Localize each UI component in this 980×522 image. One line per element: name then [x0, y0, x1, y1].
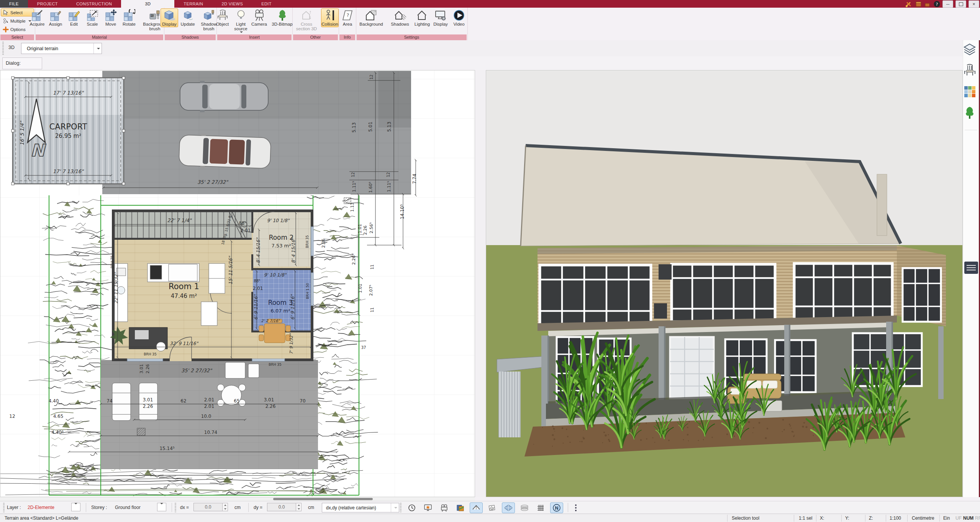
scale-button[interactable]: Scale: [84, 8, 101, 27]
display-settings-button[interactable]: Display: [432, 8, 449, 27]
layer-views-icon[interactable]: [963, 43, 976, 56]
unit-indicator[interactable]: Centimetre: [912, 515, 934, 521]
storey-select-arrow[interactable]: [157, 503, 166, 511]
ribbon-group-material: Acquire Assign Edit Scale Move Rotate: [35, 8, 164, 40]
active-tool-label: Selection tool: [732, 515, 759, 521]
dimension-label: 5.13: [387, 122, 392, 132]
export-icon[interactable]: [924, 1, 931, 7]
scale-indicator[interactable]: 1:100: [890, 515, 901, 521]
dimension-label: 2.01: [241, 228, 251, 233]
horizontal-scrollbar[interactable]: [0, 497, 475, 501]
material-catalog-button[interactable]: [454, 502, 467, 513]
toolbar-grip[interactable]: [175, 503, 176, 512]
toolbar-grip[interactable]: [400, 503, 402, 512]
materials-icon[interactable]: [963, 85, 976, 98]
textures-display-toggle[interactable]: [518, 502, 531, 513]
tools-icon[interactable]: [905, 1, 913, 7]
package-icon[interactable]: [915, 1, 922, 7]
display-shadows-button[interactable]: Display: [161, 8, 178, 27]
background-house-icon: [365, 9, 378, 21]
multi-select-icon: [3, 18, 9, 24]
more-tools-button[interactable]: [572, 502, 580, 513]
video-button[interactable]: [438, 502, 451, 513]
video-play-icon: [453, 9, 465, 21]
dimension-label: 11: [370, 308, 374, 313]
dx-input[interactable]: 0.0: [193, 503, 223, 511]
insert-3d-bitmap-button[interactable]: 3D-Bitmap: [269, 8, 296, 27]
tab-edit[interactable]: EDIT: [252, 0, 281, 8]
status-bar: Terrain area <Standard> L=Gelände Select…: [0, 514, 980, 522]
dimension-label: 65: [234, 398, 239, 404]
assign-button[interactable]: Assign: [47, 8, 64, 27]
plants-icon[interactable]: [963, 106, 976, 119]
insert-camera-button[interactable]: Camera: [251, 8, 268, 27]
insert-light-source-button[interactable]: Light source: [232, 8, 250, 34]
dimension-label: 4.65: [53, 414, 64, 419]
help-icon[interactable]: ?: [934, 1, 940, 7]
toolbar-grip[interactable]: [3, 503, 5, 512]
chevron-down-icon: [240, 31, 243, 33]
plan-2d-view[interactable]: N CARPORT 26.95 m²: [0, 70, 475, 497]
dy-stepper[interactable]: [296, 503, 302, 511]
tab-construction[interactable]: CONSTRUCTION: [67, 0, 121, 8]
edit-button[interactable]: Edit: [65, 8, 83, 27]
background-settings-button[interactable]: Background: [356, 8, 387, 27]
restore-button[interactable]: [955, 0, 966, 8]
materials-icon: [456, 504, 464, 512]
tab-3d[interactable]: 3D: [121, 0, 174, 8]
uf-indicator: UF: [955, 515, 962, 521]
tiles-display-toggle[interactable]: [502, 502, 515, 513]
ein-indicator: Ein: [943, 515, 950, 521]
tab-terrain[interactable]: TERRAIN: [174, 0, 212, 8]
render-button[interactable]: [421, 502, 434, 513]
light-bulb-icon: [235, 9, 247, 21]
collision-button[interactable]: Collision: [321, 8, 339, 27]
pane-splitter[interactable]: [475, 70, 486, 497]
history-button[interactable]: [405, 502, 418, 513]
update-shadows-button[interactable]: Update: [179, 8, 197, 27]
group-label: Insert: [217, 34, 292, 40]
dimension-label: 3.01: [143, 397, 153, 403]
layer-select-arrow[interactable]: [71, 503, 80, 511]
dimension-label: BRH 35: [269, 363, 282, 367]
layer-value[interactable]: 2D-Elemente: [28, 505, 54, 510]
hatch-display-toggle[interactable]: [486, 502, 499, 513]
tab-file[interactable]: FILE: [0, 0, 28, 8]
dimension-label: 16' 5 1/4": [19, 120, 25, 146]
dimension-label: 12: [369, 75, 374, 80]
close-button[interactable]: ×: [969, 0, 979, 8]
video-settings-button[interactable]: Video: [450, 8, 468, 27]
roof-display-toggle[interactable]: [470, 502, 483, 513]
lighting-settings-button[interactable]: Lighting: [413, 8, 431, 27]
tab-project[interactable]: PROJECT: [28, 0, 67, 8]
dy-unit: cm: [308, 505, 314, 510]
objects-icon[interactable]: [963, 64, 976, 77]
insert-object-button[interactable]: Object: [214, 8, 231, 27]
grid-toggle[interactable]: [534, 502, 547, 513]
toolbar-grip[interactable]: [2, 42, 4, 55]
view-3d[interactable]: [486, 70, 963, 497]
north-toggle[interactable]: N: [550, 502, 563, 513]
panel-drag-handle[interactable]: [964, 262, 978, 274]
scrollbar-thumb[interactable]: [273, 498, 373, 500]
dimension-label: 22' 7 1/4": [167, 218, 192, 223]
dy-input[interactable]: 0.0: [267, 503, 296, 511]
ribbon-group-settings: Background Shadows Lighting Display Vide…: [356, 8, 468, 40]
cross-section-3d-button[interactable]: Cross section 3D: [293, 8, 320, 32]
storey-value[interactable]: Ground floor: [115, 505, 141, 510]
minimize-button[interactable]: ─: [942, 0, 953, 8]
area-button[interactable]: ? Area: [339, 8, 356, 27]
rf-indicator: RF: [975, 515, 980, 521]
shadows-settings-button[interactable]: Shadows: [387, 8, 413, 27]
tab-2d-views[interactable]: 2D VIEWS: [212, 0, 252, 8]
storey-label: Storey :: [91, 505, 107, 510]
svg-text:N: N: [31, 141, 46, 160]
terrain-select-value: Original terrain: [27, 46, 58, 51]
dx-stepper[interactable]: [222, 503, 228, 511]
move-button[interactable]: Move: [102, 8, 120, 27]
room-area: 47.46 m²: [171, 293, 197, 299]
terrain-select[interactable]: Original terrain: [21, 43, 102, 54]
coordinate-mode-select[interactable]: dx,dy (relative cartesian): [322, 503, 399, 512]
rotate-button[interactable]: Rotate: [120, 8, 138, 27]
acquire-button[interactable]: Acquire: [28, 8, 46, 27]
